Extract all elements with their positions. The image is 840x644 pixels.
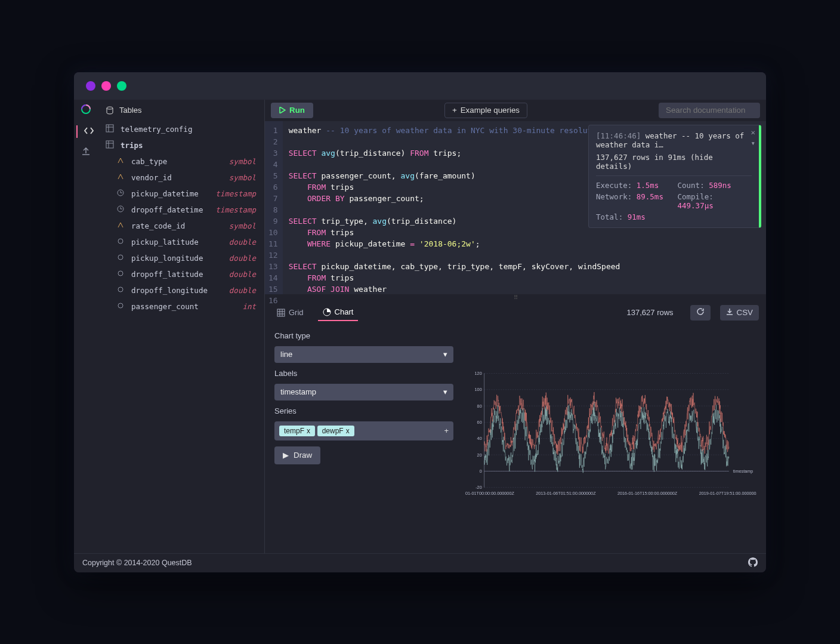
- svg-text:2019-01-07T19:51:00.000000Z: 2019-01-07T19:51:00.000000Z: [699, 490, 756, 495]
- table-row[interactable]: trips: [98, 137, 264, 153]
- remove-chip-icon[interactable]: x: [307, 427, 310, 435]
- sidebar-title: Tables: [119, 106, 142, 115]
- column-row[interactable]: cab_typesymbol: [98, 153, 264, 170]
- editor-gutter: 1 2 3 4 5 6 7 8 9 10 11 12 13 14 15 16: [265, 121, 283, 294]
- download-icon: [726, 308, 733, 317]
- footer: Copyright © 2014-2020 QuestDB: [74, 553, 766, 572]
- pin-icon[interactable]: ▾: [751, 138, 755, 147]
- chart-type-select[interactable]: line ▾: [274, 346, 453, 363]
- plus-icon: +: [452, 106, 457, 115]
- upload-icon[interactable]: [81, 146, 91, 159]
- svg-rect-2: [106, 125, 113, 132]
- activity-rail: [74, 100, 98, 553]
- table-icon: [104, 140, 116, 150]
- example-label: Example queries: [461, 106, 520, 115]
- grid-icon: [277, 309, 285, 317]
- svg-text:20: 20: [477, 452, 482, 457]
- series-chip[interactable]: dewpF x: [317, 426, 354, 436]
- window-dot[interactable]: [86, 81, 95, 91]
- svg-text:timestamp: timestamp: [733, 469, 753, 474]
- column-row[interactable]: dropoff_datetimetimestamp: [98, 202, 264, 218]
- tab-chart[interactable]: Chart: [318, 304, 359, 321]
- column-row[interactable]: vendor_idsymbol: [98, 170, 264, 186]
- series-input[interactable]: tempF x dewpF x +: [274, 421, 453, 440]
- column-icon: [115, 205, 126, 214]
- svg-rect-3: [106, 141, 113, 148]
- chevron-down-icon: ▾: [443, 350, 447, 359]
- csv-button[interactable]: CSV: [720, 305, 759, 321]
- svg-text:0: 0: [480, 469, 482, 474]
- refresh-button[interactable]: [690, 305, 711, 321]
- add-series-icon[interactable]: +: [444, 426, 449, 435]
- chart-type-label: Chart type: [274, 331, 453, 340]
- sidebar-header: Tables: [98, 100, 264, 121]
- column-icon: [115, 254, 126, 263]
- column-row[interactable]: passenger_countint: [98, 298, 264, 315]
- column-row[interactable]: dropoff_longitudedouble: [98, 282, 264, 298]
- svg-point-1: [107, 107, 113, 109]
- svg-text:40: 40: [477, 436, 482, 441]
- column-icon: [115, 302, 126, 311]
- run-label: Run: [289, 106, 305, 115]
- github-icon[interactable]: [748, 557, 758, 569]
- results-pane: Chart type line ▾ Labels timestamp ▾ Ser…: [265, 324, 766, 553]
- tab-chart-label: Chart: [335, 307, 354, 316]
- results-tabs: Grid Chart 137,627 rows: [265, 301, 766, 324]
- example-queries-button[interactable]: + Example queries: [444, 103, 527, 118]
- labels-label: Labels: [274, 369, 453, 378]
- toast-timestamp: [11:46:46]: [596, 131, 641, 140]
- svg-text:120: 120: [475, 371, 482, 376]
- svg-point-9: [118, 287, 123, 292]
- content-area: Run + Example queries 1 2 3 4 5 6 7 8 9 …: [265, 100, 766, 553]
- svg-point-6: [118, 239, 123, 244]
- draw-button[interactable]: ▶ Draw: [274, 446, 320, 464]
- code-tab-icon[interactable]: [76, 125, 94, 138]
- column-row[interactable]: rate_code_idsymbol: [98, 218, 264, 234]
- column-icon: [115, 189, 126, 198]
- column-row[interactable]: pickup_latitudedouble: [98, 234, 264, 250]
- column-icon: [115, 270, 126, 279]
- labels-select[interactable]: timestamp ▾: [274, 384, 453, 400]
- column-icon: [115, 286, 126, 295]
- table-icon: [104, 124, 116, 134]
- remove-chip-icon[interactable]: x: [346, 427, 350, 435]
- svg-text:-20: -20: [475, 485, 481, 490]
- draw-label: Draw: [294, 451, 312, 460]
- tab-grid[interactable]: Grid: [272, 304, 308, 321]
- run-button[interactable]: Run: [271, 103, 313, 118]
- database-icon: [105, 106, 115, 115]
- tab-grid-label: Grid: [289, 308, 304, 317]
- code-editor[interactable]: 1 2 3 4 5 6 7 8 9 10 11 12 13 14 15 16 w…: [265, 121, 766, 294]
- svg-text:2013-01-06T01:51:00.000000Z: 2013-01-06T01:51:00.000000Z: [536, 490, 596, 495]
- chart-controls: Chart type line ▾ Labels timestamp ▾ Ser…: [274, 331, 453, 541]
- logo-icon: [80, 103, 92, 117]
- svg-rect-11: [277, 309, 285, 316]
- column-row[interactable]: pickup_longitudedouble: [98, 250, 264, 266]
- svg-point-10: [118, 303, 123, 308]
- resize-handle[interactable]: ⠿: [265, 294, 766, 301]
- csv-label: CSV: [737, 308, 753, 317]
- chart-area: -200204060801001202010-01-01T00:00:00.00…: [465, 331, 756, 541]
- refresh-icon: [696, 307, 705, 318]
- table-row[interactable]: telemetry_config: [98, 121, 264, 137]
- close-icon[interactable]: ✕: [751, 128, 755, 137]
- query-result-toast: ✕ ▾ [11:46:46] weather -- 10 years of we…: [588, 125, 761, 228]
- window-dot[interactable]: [117, 81, 126, 91]
- svg-text:60: 60: [477, 420, 482, 425]
- chevron-down-icon: ▾: [443, 387, 447, 396]
- series-chip[interactable]: tempF x: [279, 426, 315, 436]
- svg-text:80: 80: [477, 403, 482, 408]
- rows-count: 137,627 rows: [627, 308, 674, 317]
- column-icon: [115, 238, 126, 246]
- app-window: Tables telemetry_configtripscab_typesymb…: [74, 72, 766, 572]
- sidebar: Tables telemetry_configtripscab_typesymb…: [98, 100, 265, 553]
- column-row[interactable]: pickup_datetimetimestamp: [98, 186, 264, 202]
- svg-text:2010-01-01T00:00:00.000000Z: 2010-01-01T00:00:00.000000Z: [465, 490, 514, 495]
- toast-summary: 137,627 rows in 91ms: [596, 153, 686, 162]
- window-dot[interactable]: [101, 81, 111, 91]
- svg-point-7: [118, 255, 123, 260]
- search-input[interactable]: [659, 103, 760, 118]
- column-icon: [115, 157, 126, 166]
- column-row[interactable]: dropoff_latitudedouble: [98, 266, 264, 282]
- play-icon: ▶: [283, 451, 289, 460]
